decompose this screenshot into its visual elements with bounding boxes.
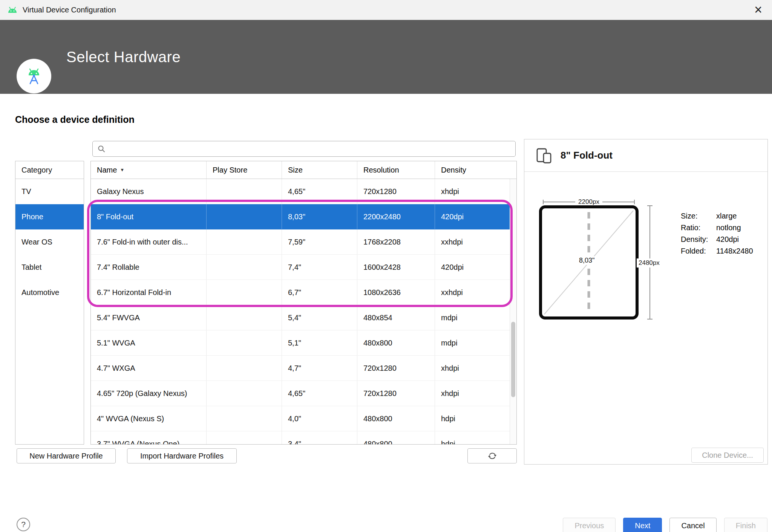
cell-play-store [207,356,282,381]
section-title: Choose a device definition [15,114,135,125]
cell-size: 4,0" [282,406,357,431]
cell-density: hdpi [435,406,510,431]
help-button[interactable]: ? [17,518,30,531]
cell-resolution: 720x1280 [357,179,435,204]
device-row[interactable]: 5.1" WVGA5,1"480x800mdpi [91,330,516,356]
sort-desc-icon: ▼ [120,167,124,173]
column-header-label: Resolution [363,166,399,174]
refresh-button[interactable] [467,448,517,463]
cell-play-store [207,330,282,355]
previous-button[interactable]: Previous [563,518,616,532]
width-dimension: 2200px [543,199,635,205]
device-detail-panel: 8" Fold-out 2200px 8,03" 2480px Size:xla… [524,139,768,465]
column-header-label: Play Store [213,166,247,174]
device-search-box[interactable] [92,141,516,157]
column-header-name[interactable]: Name ▼ [91,161,207,179]
finish-button[interactable]: Finish [724,518,767,532]
category-header: Category [15,161,84,179]
cell-play-store [207,179,282,204]
category-item-wear-os[interactable]: Wear OS [15,229,84,255]
cell-size: 5,1" [282,330,357,355]
cell-size: 4,65" [282,381,357,406]
cell-play-store [207,406,282,431]
cell-resolution: 1080x2636 [357,280,435,305]
device-row[interactable]: 7.6" Fold-in with outer dis...7,59"1768x… [91,229,516,255]
device-row[interactable]: 4.65" 720p (Galaxy Nexus)4,65"720x1280xh… [91,381,516,406]
spec-value: 1148x2480 [716,247,753,255]
new-hardware-profile-button[interactable]: New Hardware Profile [17,448,116,463]
spec-value: notlong [716,223,753,232]
cell-size: 3,4" [282,431,357,445]
scrollbar-thumb[interactable] [511,322,515,397]
column-header-size[interactable]: Size [282,161,357,179]
search-input[interactable] [109,141,515,157]
cell-resolution: 480x800 [357,330,435,355]
column-header-label: Name [97,166,117,174]
cell-size: 4,7" [282,356,357,381]
spec-label: Size: [681,212,716,220]
virtual-device-configuration-window: Virtual Device Configuration × Select Ha… [0,0,772,532]
category-item-tablet[interactable]: Tablet [15,255,84,280]
vertical-scrollbar[interactable] [510,179,516,444]
cell-density: mdpi [435,330,510,355]
cell-name: 4.7" WXGA [91,356,207,381]
clone-device-button[interactable]: Clone Device... [691,448,764,463]
device-table-header: Name ▼ Play Store Size Resolution Densit… [91,161,516,179]
category-item-phone[interactable]: Phone [15,204,84,229]
category-item-automotive[interactable]: Automotive [15,280,84,305]
detail-panel-header: 8" Fold-out [524,139,767,172]
column-header-play-store[interactable]: Play Store [207,161,282,179]
diagonal-size-label: 8,03" [577,256,596,265]
cell-size: 6,7" [282,280,357,305]
cell-play-store [207,229,282,254]
cell-resolution: 480x854 [357,305,435,330]
page-title: Select Hardware [66,49,181,66]
cell-name: 4.65" 720p (Galaxy Nexus) [91,381,207,406]
device-row[interactable]: 7.4" Rollable7,4"1600x2428420dpi [91,255,516,280]
cell-density: hdpi [435,431,510,445]
device-row[interactable]: 6.7" Horizontal Fold-in6,7"1080x2636xxhd… [91,280,516,305]
category-list: TVPhoneWear OSTabletAutomotive [15,179,84,305]
cancel-button[interactable]: Cancel [669,518,716,532]
cell-play-store [207,280,282,305]
cell-play-store [207,381,282,406]
device-row[interactable]: 4" WVGA (Nexus S)4,0"480x800hdpi [91,406,516,431]
cell-resolution: 1600x2428 [357,255,435,280]
device-specs: Size:xlargeRatio:notlongDensity:420dpiFo… [681,212,753,255]
next-button[interactable]: Next [623,518,662,532]
device-row[interactable]: 4.7" WXGA4,7"720x1280xhdpi [91,356,516,381]
refresh-icon [487,451,497,461]
cell-density: mdpi [435,305,510,330]
column-header-label: Size [288,166,303,174]
height-dimension-tick-bottom [647,319,653,320]
device-row[interactable]: 3.7" WVGA (Nexus One)3,4"480x800hdpi [91,431,516,445]
height-dimension-tick-top [647,205,653,206]
device-row[interactable]: Galaxy Nexus4,65"720x1280xhdpi [91,179,516,204]
cell-size: 7,59" [282,229,357,254]
close-icon[interactable]: × [754,3,762,17]
cell-name: 7.4" Rollable [91,255,207,280]
column-header-resolution[interactable]: Resolution [357,161,435,179]
cell-size: 4,65" [282,179,357,204]
cell-resolution: 720x1280 [357,381,435,406]
device-detail-title: 8" Fold-out [561,150,613,161]
cell-play-store [207,204,282,229]
spec-label: Ratio: [681,223,716,232]
cell-name: 5.1" WVGA [91,330,207,355]
category-item-tv[interactable]: TV [15,179,84,204]
cell-density: 420dpi [435,204,510,229]
device-row[interactable]: 8" Fold-out8,03"2200x2480420dpi [91,204,516,229]
header-banner: Select Hardware [0,20,772,94]
footer-buttons: PreviousNextCancelFinish [563,518,767,532]
device-row[interactable]: 5.4" FWVGA5,4"480x854mdpi [91,305,516,330]
cell-resolution: 2200x2480 [357,204,435,229]
column-header-density[interactable]: Density [435,161,510,179]
cell-name: 7.6" Fold-in with outer dis... [91,229,207,254]
cell-resolution: 1768x2208 [357,229,435,254]
cell-size: 7,4" [282,255,357,280]
import-hardware-profiles-button[interactable]: Import Hardware Profiles [127,448,237,463]
cell-resolution: 720x1280 [357,356,435,381]
device-table-body: Galaxy Nexus4,65"720x1280xhdpi8" Fold-ou… [91,179,516,445]
cell-name: 4" WVGA (Nexus S) [91,406,207,431]
cell-density: 420dpi [435,255,510,280]
